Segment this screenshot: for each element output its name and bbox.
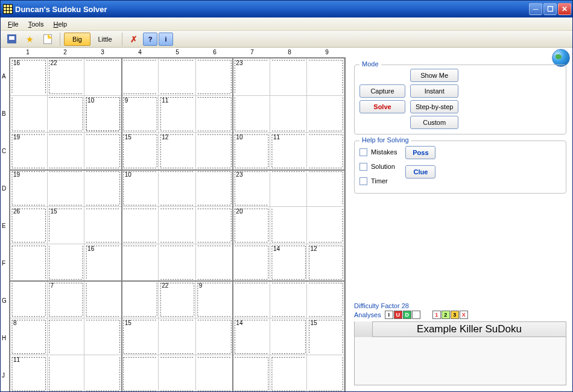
analysis-badge[interactable] xyxy=(412,311,420,319)
grid-cell[interactable] xyxy=(48,170,85,207)
menu-file[interactable]: File xyxy=(3,19,24,29)
custom-button[interactable]: Custom xyxy=(410,116,458,129)
little-button[interactable]: Little xyxy=(92,33,118,46)
grid-cell[interactable] xyxy=(122,318,159,356)
grid-cell[interactable] xyxy=(307,281,344,318)
grid-cell[interactable] xyxy=(159,170,196,207)
favorite-button[interactable]: ★ xyxy=(22,33,38,46)
grid-cell[interactable] xyxy=(84,244,122,282)
grid-cell[interactable] xyxy=(270,96,308,133)
grid-cell[interactable] xyxy=(196,355,233,392)
grid-cell[interactable] xyxy=(10,96,48,133)
grid-cell[interactable] xyxy=(84,355,122,392)
grid-cell[interactable] xyxy=(84,58,122,96)
timer-checkbox[interactable] xyxy=(359,177,367,185)
grid-cell[interactable] xyxy=(270,170,308,207)
poss-button[interactable]: Poss xyxy=(405,146,435,159)
grid-cell[interactable] xyxy=(233,133,270,170)
grid-cell[interactable] xyxy=(270,244,308,282)
example-tab[interactable] xyxy=(355,321,373,337)
new-button[interactable] xyxy=(39,33,56,46)
grid-cell[interactable] xyxy=(122,355,159,392)
grid-cell[interactable] xyxy=(233,244,270,282)
grid-cell[interactable] xyxy=(159,58,196,96)
grid-cell[interactable] xyxy=(159,318,196,356)
grid-cell[interactable] xyxy=(10,207,48,244)
analysis-badge[interactable]: U xyxy=(394,311,402,319)
grid-cell[interactable] xyxy=(196,96,233,133)
grid-cell[interactable] xyxy=(122,133,159,170)
grid-cell[interactable] xyxy=(122,281,159,318)
grid-cell[interactable] xyxy=(233,318,270,356)
grid-cell[interactable] xyxy=(84,207,122,244)
analysis-badge[interactable]: I xyxy=(385,311,393,319)
grid-cell[interactable] xyxy=(270,207,308,244)
grid-cell[interactable] xyxy=(196,207,233,244)
grid-cell[interactable] xyxy=(159,244,196,282)
grid-cell[interactable] xyxy=(307,318,344,356)
grid-cell[interactable] xyxy=(84,170,122,207)
grid-cell[interactable] xyxy=(10,281,48,318)
grid-cell[interactable] xyxy=(270,58,308,96)
analysis-badge[interactable]: X xyxy=(460,311,468,319)
grid-cell[interactable] xyxy=(10,58,48,96)
grid-cell[interactable] xyxy=(48,281,85,318)
mistakes-checkbox[interactable] xyxy=(359,148,367,156)
analysis-badge[interactable]: 3 xyxy=(451,311,459,319)
grid-cell[interactable] xyxy=(159,133,196,170)
grid-cell[interactable] xyxy=(84,133,122,170)
grid-cell[interactable] xyxy=(48,244,85,282)
grid-cell[interactable] xyxy=(122,244,159,282)
grid-cell[interactable] xyxy=(270,281,308,318)
grid-cell[interactable] xyxy=(84,96,122,133)
solution-checkbox[interactable] xyxy=(359,163,367,171)
info-button[interactable]: i xyxy=(159,33,173,46)
maximize-button[interactable]: ☐ xyxy=(543,3,557,15)
grid-cell[interactable] xyxy=(196,133,233,170)
grid-cell[interactable] xyxy=(48,133,85,170)
grid-cell[interactable] xyxy=(233,355,270,392)
grid-cell[interactable] xyxy=(196,170,233,207)
save-button[interactable] xyxy=(3,33,21,46)
minimize-button[interactable]: ─ xyxy=(529,3,542,15)
grid-cell[interactable] xyxy=(270,355,308,392)
grid-cell[interactable] xyxy=(270,318,308,356)
analysis-badge[interactable]: 1 xyxy=(432,311,441,319)
grid-cell[interactable] xyxy=(307,96,344,133)
grid-cell[interactable] xyxy=(233,281,270,318)
grid-cell[interactable] xyxy=(84,318,122,356)
grid-cell[interactable] xyxy=(159,281,196,318)
grid-cell[interactable] xyxy=(48,355,85,392)
grid-cell[interactable] xyxy=(307,58,344,96)
capture-button[interactable]: Capture xyxy=(359,84,405,98)
clue-button[interactable]: Clue xyxy=(405,165,435,179)
grid-cell[interactable] xyxy=(233,170,270,207)
grid-cell[interactable] xyxy=(122,96,159,133)
grid-cell[interactable] xyxy=(48,207,85,244)
grid-cell[interactable] xyxy=(122,207,159,244)
grid-cell[interactable] xyxy=(10,318,48,356)
instant-button[interactable]: Instant xyxy=(410,84,458,98)
grid-cell[interactable] xyxy=(10,170,48,207)
grid-cell[interactable] xyxy=(159,96,196,133)
grid-cell[interactable] xyxy=(122,58,159,96)
grid-cell[interactable] xyxy=(196,281,233,318)
big-button[interactable]: Big xyxy=(64,33,90,46)
grid-cell[interactable] xyxy=(233,207,270,244)
grid-cell[interactable] xyxy=(10,244,48,282)
grid-cell[interactable] xyxy=(307,133,344,170)
analysis-badge[interactable]: 2 xyxy=(442,311,450,319)
grid-cell[interactable] xyxy=(48,318,85,356)
close-button[interactable]: ✕ xyxy=(558,3,571,15)
grid-cell[interactable] xyxy=(196,244,233,282)
grid-cell[interactable] xyxy=(122,170,159,207)
grid-cell[interactable] xyxy=(159,207,196,244)
grid-cell[interactable] xyxy=(196,318,233,356)
grid-cell[interactable] xyxy=(307,170,344,207)
grid-cell[interactable] xyxy=(10,133,48,170)
sudoku-grid[interactable]: 1622231091119151210111910232615201614127… xyxy=(9,57,346,392)
grid-cell[interactable] xyxy=(48,58,85,96)
menu-help[interactable]: Help xyxy=(48,19,72,29)
grid-cell[interactable] xyxy=(270,133,308,170)
clear-button[interactable]: ✗ xyxy=(126,33,142,46)
